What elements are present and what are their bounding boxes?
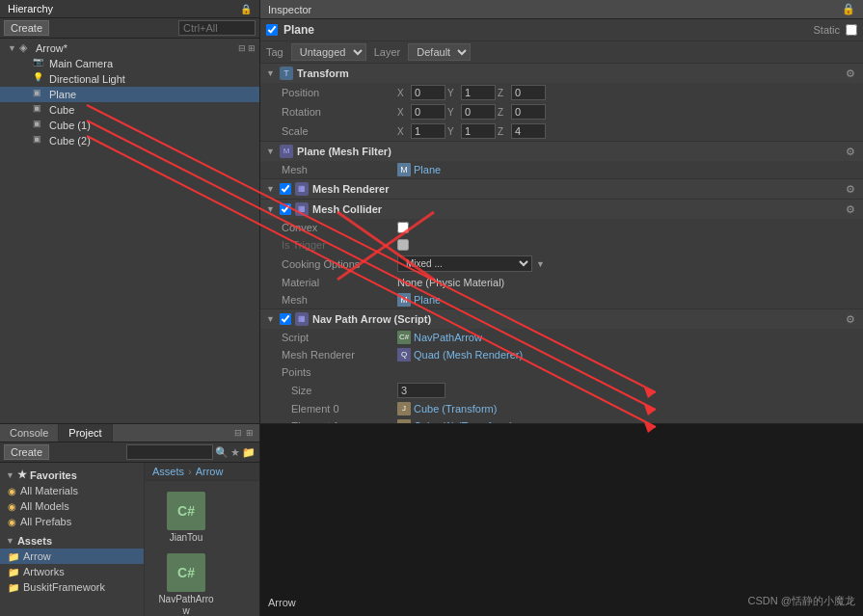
scene-icon: ◈ bbox=[19, 41, 33, 55]
inspector-tab[interactable]: Inspector 🔒 bbox=[260, 0, 863, 19]
hierarchy-search-input[interactable] bbox=[178, 20, 256, 36]
points-size-input[interactable] bbox=[397, 383, 445, 398]
mesh-collider-checkbox[interactable] bbox=[280, 203, 291, 215]
rot-z-input[interactable] bbox=[511, 104, 546, 120]
inspector-body: Plane Static Tag Untagged Layer Default bbox=[260, 19, 863, 423]
project-folder-btn[interactable]: 📁 bbox=[242, 446, 256, 459]
project-tab[interactable]: Project bbox=[59, 424, 112, 442]
rotation-label: Rotation bbox=[282, 106, 397, 118]
nav-path-settings-btn[interactable]: ⚙ bbox=[844, 313, 857, 326]
project-search-btn[interactable]: 🔍 bbox=[215, 446, 229, 459]
convex-row: Convex bbox=[260, 219, 863, 236]
pos-z-input[interactable] bbox=[511, 85, 546, 100]
bottom-row: Console Project ⊟ ⊞ Create 🔍 ★ 📁 bbox=[0, 423, 863, 616]
assets-arrow-icon: ▼ bbox=[6, 536, 14, 546]
inspector-tab-label: Inspector bbox=[268, 4, 311, 15]
inspector-lock-icon: 🔒 bbox=[842, 3, 855, 15]
camera-icon: 📷 bbox=[33, 57, 46, 70]
tree-item-cube2[interactable]: ▣ Cube (2) bbox=[0, 133, 259, 148]
mesh-renderer-settings-btn[interactable]: ⚙ bbox=[844, 183, 857, 196]
artworks-folder-icon: 📁 bbox=[8, 567, 19, 577]
sidebar-item-all-materials[interactable]: ◉ All Materials bbox=[0, 483, 144, 498]
nav-path-checkbox[interactable] bbox=[280, 313, 291, 325]
points-header-row: Points bbox=[260, 363, 863, 381]
hierarchy-tab[interactable]: Hierarchy 🔒 bbox=[0, 0, 259, 18]
cooking-options-dropdown[interactable]: Mixed ... bbox=[397, 255, 532, 272]
mesh-filter-settings-btn[interactable]: ⚙ bbox=[844, 146, 857, 158]
mesh-collider-collapse-icon: ▼ bbox=[266, 204, 276, 214]
assets-section: ▼ Assets 📁 Arrow 📁 Artworks 📁 bbox=[0, 533, 144, 595]
element0-row: Element 0 J Cube (Transform) bbox=[260, 400, 863, 417]
pos-y-axis: Y bbox=[447, 88, 459, 98]
mesh-icon-cube1: ▣ bbox=[33, 119, 46, 132]
mesh-renderer-checkbox[interactable] bbox=[280, 183, 291, 195]
arrow-folder-icon: 📁 bbox=[8, 551, 19, 562]
cooking-options-row: Cooking Options Mixed ... ▼ bbox=[260, 254, 863, 274]
script-ref-icon: C# bbox=[397, 331, 411, 344]
mesh-collider-header[interactable]: ▼ ▦ Mesh Collider ⚙ bbox=[260, 200, 863, 219]
mesh-renderer-title: Mesh Renderer bbox=[312, 183, 840, 195]
mesh-renderer-header[interactable]: ▼ ▦ Mesh Renderer ⚙ bbox=[260, 179, 863, 199]
scl-y-input[interactable] bbox=[461, 123, 496, 139]
project-create-btn[interactable]: Create bbox=[4, 444, 49, 460]
asset-item-jiantou[interactable]: C# JianTou bbox=[152, 489, 220, 547]
project-sidebar-container: ▼ ★ Favorites ◉ All Materials ◉ All Mode… bbox=[0, 463, 259, 616]
mesh-collider-settings-btn[interactable]: ⚙ bbox=[844, 203, 857, 216]
tag-dropdown[interactable]: Untagged bbox=[291, 43, 366, 61]
breadcrumb-assets[interactable]: Assets bbox=[152, 466, 184, 477]
navpatharrow-script-icon: C# bbox=[167, 553, 205, 592]
scale-label: Scale bbox=[282, 125, 397, 137]
hierarchy-panel: Hierarchy 🔒 Create ▼ ◈ Arrow* bbox=[0, 0, 260, 423]
tree-item-arrow[interactable]: ▼ ◈ Arrow* ⊟ ⊞ bbox=[0, 40, 259, 56]
layer-dropdown[interactable]: Default bbox=[408, 43, 471, 61]
tree-item-main-camera[interactable]: 📷 Main Camera bbox=[0, 56, 259, 71]
tree-label-plane: Plane bbox=[49, 89, 76, 100]
tree-item-plane[interactable]: ▣ Plane bbox=[0, 87, 259, 102]
sidebar-item-arrow[interactable]: 📁 Arrow bbox=[0, 549, 144, 564]
tree-label-cube2: Cube (2) bbox=[49, 135, 91, 147]
breadcrumb-arrow[interactable]: Arrow bbox=[196, 466, 224, 477]
pos-x-axis: X bbox=[397, 88, 409, 98]
scl-x-input[interactable] bbox=[411, 123, 445, 139]
rot-y-input[interactable] bbox=[461, 104, 496, 120]
obj-active-checkbox[interactable] bbox=[266, 24, 278, 36]
scl-z-input[interactable] bbox=[511, 123, 546, 139]
nav-mesh-renderer-label: Mesh Renderer bbox=[282, 349, 397, 361]
sidebar-item-all-prefabs[interactable]: ◉ All Prefabs bbox=[0, 514, 144, 529]
console-tab[interactable]: Console bbox=[0, 424, 59, 442]
collider-mesh-row: Mesh M Plane bbox=[260, 291, 863, 308]
script-row: Script C# NavPathArrow bbox=[260, 329, 863, 346]
pos-y-input[interactable] bbox=[461, 85, 496, 100]
nav-mesh-renderer-value: Quad (Mesh Renderer) bbox=[414, 349, 523, 361]
tree-item-cube[interactable]: ▣ Cube bbox=[0, 102, 259, 118]
artworks-folder-label: Artworks bbox=[23, 566, 65, 577]
points-size-row: Size bbox=[260, 381, 863, 400]
obj-static-checkbox[interactable] bbox=[846, 24, 857, 36]
component-transform-header[interactable]: ▼ T Transform ⚙ bbox=[260, 64, 863, 83]
hierarchy-lock-btn[interactable]: 🔒 bbox=[240, 4, 252, 14]
pos-z-axis: Z bbox=[498, 88, 509, 98]
nav-path-arrow-header[interactable]: ▼ ▦ Nav Path Arrow (Script) ⚙ bbox=[260, 309, 863, 329]
nav-path-title: Nav Path Arrow (Script) bbox=[312, 313, 840, 325]
mesh-collider-title: Mesh Collider bbox=[312, 203, 840, 215]
asset-panel: Assets › Arrow C# JianTou C# NavP bbox=[145, 463, 259, 616]
sidebar-item-buskit[interactable]: 📁 BuskitFramework bbox=[0, 579, 144, 595]
project-search-input[interactable] bbox=[126, 444, 213, 460]
convex-checkbox[interactable] bbox=[397, 222, 409, 233]
sidebar-item-all-models[interactable]: ◉ All Models bbox=[0, 498, 144, 514]
scl-x-axis: X bbox=[397, 126, 409, 137]
tree-item-directional-light[interactable]: 💡 Directional Light bbox=[0, 71, 259, 87]
sidebar-item-artworks[interactable]: 📁 Artworks bbox=[0, 564, 144, 579]
mesh-filter-header[interactable]: ▼ M Plane (Mesh Filter) ⚙ bbox=[260, 142, 863, 161]
asset-item-navpatharrow-script[interactable]: C# NavPathArrow bbox=[152, 550, 220, 616]
tree-item-cube1[interactable]: ▣ Cube (1) bbox=[0, 118, 259, 133]
transform-settings-btn[interactable]: ⚙ bbox=[844, 67, 857, 80]
hierarchy-create-btn[interactable]: Create bbox=[4, 20, 49, 36]
rot-z-axis: Z bbox=[498, 107, 509, 118]
rot-x-axis: X bbox=[397, 107, 409, 118]
rot-x-input[interactable] bbox=[411, 104, 445, 120]
project-favorites-btn[interactable]: ★ bbox=[230, 446, 240, 459]
pos-x-input[interactable] bbox=[411, 85, 445, 100]
is-trigger-checkbox[interactable] bbox=[397, 239, 409, 251]
collider-mesh-ref-icon: M bbox=[397, 293, 411, 307]
